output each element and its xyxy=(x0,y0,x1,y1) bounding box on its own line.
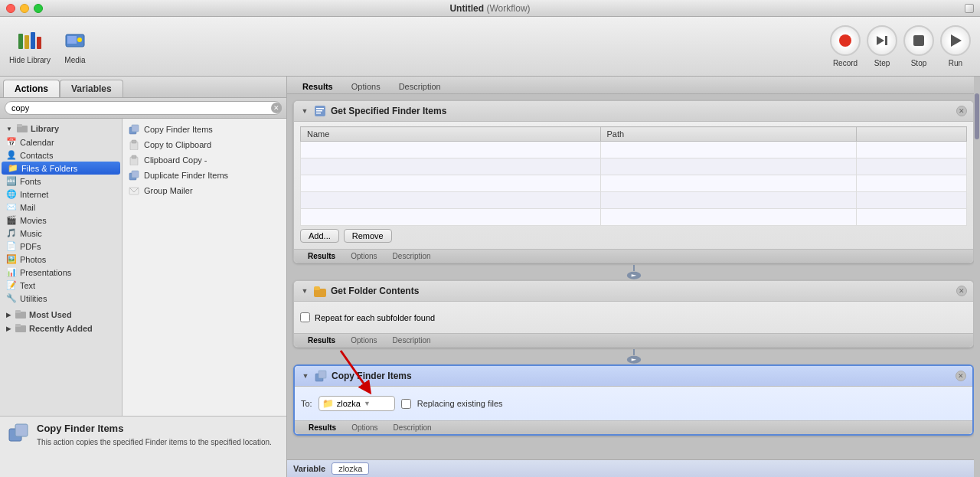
table-header-name: Name xyxy=(301,127,601,142)
clipboard-copy-label: Clipboard Copy - xyxy=(144,155,207,165)
close-card-get-specified[interactable]: ✕ xyxy=(956,106,967,116)
action-item-copy-finder-items[interactable]: Copy Finder Items xyxy=(122,122,286,137)
sidebar-item-most-used[interactable]: ▶ Most Used xyxy=(0,308,122,322)
sidebar-item-library[interactable]: ▼ Library xyxy=(0,122,122,136)
pdfs-icon: 📄 xyxy=(6,241,17,251)
search-input[interactable] xyxy=(5,101,282,115)
movies-label: Movies xyxy=(20,216,47,225)
tab-actions[interactable]: Actions xyxy=(3,80,60,97)
search-clear-button[interactable]: ✕ xyxy=(271,103,282,113)
sidebar-item-presentations[interactable]: 📊 Presentations xyxy=(0,266,122,279)
workflow-scrollbar[interactable] xyxy=(974,77,980,477)
sidebar-item-text[interactable]: 📝 Text xyxy=(0,279,122,292)
calendar-label: Calendar xyxy=(20,138,54,147)
pdfs-label: PDFs xyxy=(20,242,41,251)
run-label: Run xyxy=(949,59,962,67)
mail-icon: ✉️ xyxy=(6,202,17,212)
toolbar-right: Record Step Stop Run xyxy=(830,25,971,67)
clipboard-icon-svg xyxy=(129,139,139,150)
footer-tab-description-3[interactable]: Description xyxy=(386,421,439,434)
photos-label: Photos xyxy=(20,255,46,264)
calendar-icon: 📅 xyxy=(6,137,17,147)
action-item-clipboard-copy[interactable]: Clipboard Copy - xyxy=(122,152,286,168)
scrollbar-thumb[interactable] xyxy=(975,93,979,139)
sidebar-item-mail[interactable]: ✉️ Mail xyxy=(0,201,122,214)
run-button[interactable]: Run xyxy=(940,25,971,67)
action-item-duplicate-finder-items[interactable]: Duplicate Finder Items xyxy=(122,168,286,183)
replacing-label: Replacing existing files xyxy=(417,399,503,408)
toolbar-left: Hide Library Media xyxy=(9,28,87,64)
workflow-tab-description[interactable]: Description xyxy=(390,80,450,93)
to-label: To: xyxy=(301,399,312,408)
footer-tab-options-1[interactable]: Options xyxy=(343,250,384,263)
svg-point-2 xyxy=(77,38,82,42)
window-controls[interactable] xyxy=(6,4,43,13)
sidebar-item-utilities[interactable]: 🔧 Utilities xyxy=(0,292,122,305)
sidebar-item-internet[interactable]: 🌐 Internet xyxy=(0,188,122,201)
collapse-button-copy-finder[interactable]: ▼ xyxy=(301,371,310,381)
footer-tab-results-1[interactable]: Results xyxy=(300,250,343,263)
action-item-copy-to-clipboard[interactable]: Copy to Clipboard xyxy=(122,137,286,152)
sidebar-item-movies[interactable]: 🎬 Movies xyxy=(0,214,122,227)
sidebar-item-photos[interactable]: 🖼️ Photos xyxy=(0,253,122,266)
footer-tab-description-2[interactable]: Description xyxy=(385,334,439,347)
replacing-checkbox[interactable] xyxy=(401,399,411,409)
card-header-get-folder-contents: ▼ Get Folder Contents ✕ xyxy=(294,281,973,302)
footer-tab-options-3[interactable]: Options xyxy=(344,421,385,434)
subfolder-checkbox[interactable] xyxy=(300,312,310,322)
copy-finder-items-card-icon xyxy=(315,370,327,382)
workflow-tab-results[interactable]: Results xyxy=(293,80,342,93)
close-card-get-folder[interactable]: ✕ xyxy=(956,286,967,296)
footer-tab-results-2[interactable]: Results xyxy=(300,334,343,347)
library-books-icon xyxy=(18,32,41,49)
action-item-group-mailer[interactable]: Group Mailer xyxy=(122,183,286,198)
footer-tab-results-3[interactable]: Results xyxy=(301,421,344,434)
step-button[interactable]: Step xyxy=(867,25,897,67)
recently-added-label: Recently Added xyxy=(29,324,93,333)
add-button[interactable]: Add... xyxy=(300,229,339,243)
action-list: Copy Finder Items Copy to Clipboard xyxy=(122,119,286,416)
hide-library-button[interactable]: Hide Library xyxy=(9,28,51,64)
variable-tag-zlozka: zlozka xyxy=(332,462,369,475)
movies-icon: 🎬 xyxy=(6,215,17,225)
connector-line-group-1 xyxy=(625,265,643,280)
stop-icon xyxy=(903,25,934,56)
sidebar-item-recently-added[interactable]: ▶ Recently Added xyxy=(0,322,122,335)
media-button[interactable]: Media xyxy=(63,28,87,64)
footer-tab-options-2[interactable]: Options xyxy=(343,334,384,347)
stop-button[interactable]: Stop xyxy=(903,25,934,67)
group-mailer-svg xyxy=(129,185,139,196)
connector-1 xyxy=(293,265,974,280)
duplicate-icon-svg xyxy=(129,170,139,181)
close-button[interactable] xyxy=(6,4,15,13)
collapse-button-get-specified[interactable]: ▼ xyxy=(300,106,309,116)
sidebar-item-calendar[interactable]: 📅 Calendar xyxy=(0,136,122,149)
minimize-button[interactable] xyxy=(20,4,29,13)
svg-rect-23 xyxy=(316,108,324,109)
maximize-button[interactable] xyxy=(34,4,43,13)
sidebar-item-contacts[interactable]: 👤 Contacts xyxy=(0,149,122,162)
sidebar-item-files-folders[interactable]: 📁 Files & Folders xyxy=(2,162,120,175)
card-get-specified-finder-items: ▼ Get Specified Finder Items ✕ xyxy=(293,100,974,263)
resize-handle[interactable] xyxy=(965,4,974,13)
sidebar-item-pdfs[interactable]: 📄 PDFs xyxy=(0,240,122,253)
files-folders-label: Files & Folders xyxy=(21,164,77,173)
collapse-button-get-folder[interactable]: ▼ xyxy=(300,286,309,296)
remove-button[interactable]: Remove xyxy=(344,229,392,243)
copy-finder-items-large-icon xyxy=(8,423,29,444)
main-layout: Actions Variables ✕ ▼ xyxy=(0,77,980,477)
tab-variables[interactable]: Variables xyxy=(60,80,123,97)
close-card-copy-finder[interactable]: ✕ xyxy=(956,371,966,381)
workflow-tab-options[interactable]: Options xyxy=(342,80,390,93)
table-row xyxy=(301,209,967,226)
folder-select-dropdown[interactable]: 📁 zlozka ▼ xyxy=(318,396,395,411)
sidebar-item-music[interactable]: 🎵 Music xyxy=(0,227,122,240)
sidebar-item-fonts[interactable]: 🔤 Fonts xyxy=(0,175,122,188)
text-icon: 📝 xyxy=(6,280,17,290)
run-triangle-icon xyxy=(951,34,962,47)
music-icon: 🎵 xyxy=(6,228,17,238)
svg-rect-18 xyxy=(132,171,139,178)
record-button[interactable]: Record xyxy=(830,25,861,67)
table-row xyxy=(301,175,967,192)
footer-tab-description-1[interactable]: Description xyxy=(385,250,439,263)
